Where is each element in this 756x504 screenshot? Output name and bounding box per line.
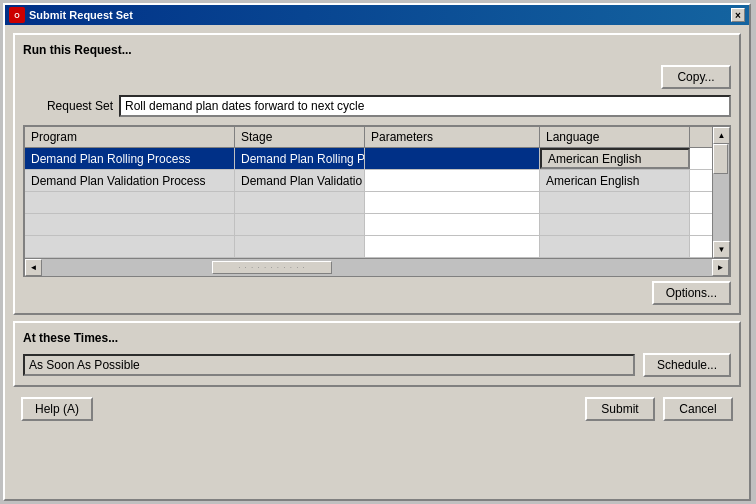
options-button[interactable]: Options... <box>652 281 731 305</box>
table-row[interactable] <box>25 192 712 214</box>
col-header-language: Language <box>540 127 690 147</box>
cell-language-4[interactable] <box>540 236 690 257</box>
table-row[interactable] <box>25 236 712 258</box>
cancel-button[interactable]: Cancel <box>663 397 733 421</box>
horizontal-scrollbar[interactable]: · · · · · · · · · · · <box>42 259 712 276</box>
table-main: Program Stage Parameters Language Demand… <box>25 127 712 258</box>
cell-program-0[interactable]: Demand Plan Rolling Process <box>25 148 235 169</box>
cell-language-1[interactable]: American English <box>540 170 690 191</box>
col-header-program: Program <box>25 127 235 147</box>
horizontal-scrollbar-container: ◄ · · · · · · · · · · · ► <box>25 258 729 275</box>
table-row[interactable]: Demand Plan Rolling Process Demand Plan … <box>25 148 712 170</box>
submit-button[interactable]: Submit <box>585 397 655 421</box>
schedule-input[interactable] <box>23 354 635 376</box>
cell-program-3[interactable] <box>25 214 235 235</box>
options-row: Options... <box>23 281 731 305</box>
cell-program-2[interactable] <box>25 192 235 213</box>
cell-parameters-1[interactable] <box>365 170 540 191</box>
at-times-section: At these Times... Schedule... <box>13 321 741 387</box>
col-header-parameters: Parameters <box>365 127 540 147</box>
cell-stage-1[interactable]: Demand Plan Validatio <box>235 170 365 191</box>
cell-stage-0[interactable]: Demand Plan Rolling P <box>235 148 365 169</box>
cell-parameters-2[interactable] <box>365 192 540 213</box>
scroll-up-button[interactable]: ▲ <box>713 127 730 144</box>
scroll-right-button[interactable]: ► <box>712 259 729 276</box>
copy-button-row: Copy... <box>23 65 731 89</box>
cell-language-2[interactable] <box>540 192 690 213</box>
title-bar: O Submit Request Set × <box>5 5 749 25</box>
window-title: Submit Request Set <box>29 9 133 21</box>
run-section: Run this Request... Copy... Request Set … <box>13 33 741 315</box>
scroll-track-v[interactable] <box>713 144 729 241</box>
cell-parameters-0[interactable] <box>365 148 540 169</box>
request-set-label: Request Set <box>23 99 113 113</box>
copy-button[interactable]: Copy... <box>661 65 731 89</box>
cell-stage-3[interactable] <box>235 214 365 235</box>
bottom-buttons: Help (A) Submit Cancel <box>13 393 741 425</box>
col-header-stage: Stage <box>235 127 365 147</box>
cell-language-3[interactable] <box>540 214 690 235</box>
scroll-down-button[interactable]: ▼ <box>713 241 730 258</box>
cell-language-0[interactable]: American English <box>540 148 690 169</box>
request-set-input[interactable] <box>119 95 731 117</box>
at-times-label: At these Times... <box>23 331 731 345</box>
scroll-thumb-v[interactable] <box>713 144 728 174</box>
scroll-dots: · · · · · · · · · · · <box>238 263 306 272</box>
cell-stage-2[interactable] <box>235 192 365 213</box>
vertical-scrollbar[interactable]: ▲ ▼ <box>712 127 729 258</box>
app-icon: O <box>9 7 25 23</box>
cell-stage-4[interactable] <box>235 236 365 257</box>
close-button[interactable]: × <box>731 8 745 22</box>
bottom-right-buttons: Submit Cancel <box>585 397 733 421</box>
cell-program-4[interactable] <box>25 236 235 257</box>
scroll-left-button[interactable]: ◄ <box>25 259 42 276</box>
scroll-thumb-h[interactable]: · · · · · · · · · · · <box>212 261 332 274</box>
table-row[interactable] <box>25 214 712 236</box>
cell-program-1[interactable]: Demand Plan Validation Process <box>25 170 235 191</box>
at-times-field-row: Schedule... <box>23 353 731 377</box>
cell-parameters-4[interactable] <box>365 236 540 257</box>
table-with-scroll: Program Stage Parameters Language Demand… <box>25 127 729 258</box>
request-set-row: Request Set <box>23 95 731 117</box>
run-section-label: Run this Request... <box>23 43 731 57</box>
main-window: O Submit Request Set × Run this Request.… <box>3 3 751 501</box>
schedule-button[interactable]: Schedule... <box>643 353 731 377</box>
table-row[interactable]: Demand Plan Validation Process Demand Pl… <box>25 170 712 192</box>
help-button[interactable]: Help (A) <box>21 397 93 421</box>
table-header: Program Stage Parameters Language <box>25 127 712 148</box>
window-body: Run this Request... Copy... Request Set … <box>5 25 749 433</box>
table-container: Program Stage Parameters Language Demand… <box>23 125 731 277</box>
cell-parameters-3[interactable] <box>365 214 540 235</box>
